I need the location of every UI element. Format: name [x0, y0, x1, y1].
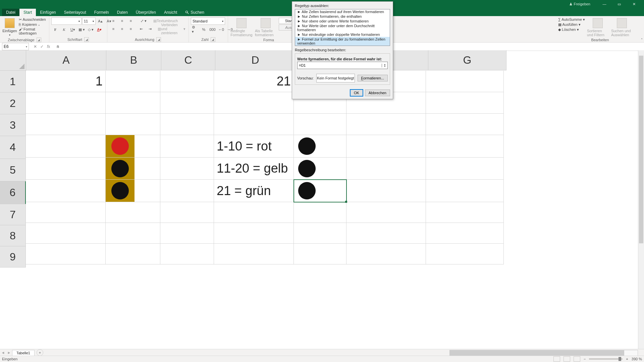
tab-formulas[interactable]: Formeln — [90, 9, 113, 16]
cell-E8[interactable] — [294, 223, 346, 244]
range-picker-button[interactable]: ↥ — [382, 64, 387, 67]
cell-G8[interactable] — [426, 223, 504, 244]
vertical-scrollbar[interactable] — [638, 50, 644, 349]
zoom-in-button[interactable]: + — [626, 357, 628, 361]
row-header-8[interactable]: 8 — [0, 225, 26, 246]
comma-format-button[interactable]: 000 — [208, 26, 216, 33]
horizontal-scrollbar[interactable] — [449, 350, 638, 356]
cell-F6[interactable] — [346, 180, 426, 202]
cell-F8[interactable] — [346, 223, 426, 244]
cell-G1[interactable] — [426, 71, 504, 92]
align-right-button[interactable]: ≡ — [127, 25, 135, 32]
cell-A4[interactable] — [26, 135, 106, 158]
formula-field[interactable]: ↥ — [297, 62, 388, 69]
cell-B9[interactable] — [106, 244, 160, 264]
row-header-1[interactable]: 1 — [0, 71, 26, 93]
cell-G2[interactable] — [426, 92, 504, 114]
cell-D7[interactable] — [214, 202, 294, 223]
copy-button[interactable]: ⎘ Kopieren ▾ — [19, 22, 47, 26]
cell-F9[interactable] — [346, 244, 426, 264]
cell-E5[interactable] — [294, 158, 346, 180]
cell-G9[interactable] — [426, 244, 504, 264]
cell-E3[interactable] — [294, 114, 346, 135]
hscroll-thumb[interactable] — [450, 350, 624, 356]
zoom-out-button[interactable]: − — [584, 357, 586, 361]
percent-format-button[interactable]: % — [200, 26, 208, 33]
column-header-B[interactable]: B — [106, 50, 161, 70]
rule-type-item[interactable]: ► Nur Zellen formatieren, die enthalten — [295, 14, 390, 19]
sheet-nav-next[interactable]: ► — [6, 351, 12, 355]
rule-type-list[interactable]: ► Alle Zellen basierend auf ihren Werten… — [295, 9, 390, 46]
font-color-button[interactable]: A ▾ — [95, 26, 103, 33]
cancel-edit-button[interactable]: ✕ — [34, 44, 37, 49]
rule-type-item[interactable]: ► Nur obere oder untere Werte formatiere… — [295, 19, 390, 23]
cell-E7[interactable] — [294, 202, 346, 223]
scrollbar-thumb[interactable] — [639, 56, 643, 243]
row-header-5[interactable]: 5 — [0, 159, 26, 181]
rule-type-item[interactable]: ► Nur eindeutige oder doppelte Werte for… — [295, 32, 390, 37]
cell-A1[interactable]: 1 — [26, 71, 106, 92]
rule-type-item[interactable]: ► Nur Werte über oder unter dem Durchsch… — [295, 23, 390, 32]
row-header-7[interactable]: 7 — [0, 204, 26, 225]
sheet-tab-1[interactable]: Tabelle1 — [12, 350, 35, 356]
row-header-6[interactable]: 6 — [0, 181, 26, 204]
row-header-4[interactable]: 4 — [0, 136, 26, 159]
cell-D4[interactable]: 1-10 = rot — [214, 135, 294, 158]
rule-type-item[interactable]: ► Alle Zellen basierend auf ihren Werten… — [295, 9, 390, 14]
page-break-view-button[interactable] — [574, 356, 580, 362]
tab-view[interactable]: Ansicht — [160, 9, 181, 16]
format-as-table-button[interactable]: Als Tabelle formatieren — [254, 17, 277, 38]
align-bottom-button[interactable]: ≡ — [127, 17, 135, 24]
tab-home[interactable]: Start — [19, 9, 36, 16]
italic-button[interactable]: K — [60, 26, 68, 33]
sort-filter-button[interactable]: Sortieren und Filtern — [586, 17, 609, 38]
zoom-level[interactable]: 390 % — [632, 357, 642, 361]
fill-color-button[interactable]: ◇ ▾ — [87, 26, 95, 33]
font-dialog-launcher[interactable]: ◢ — [84, 37, 89, 42]
cell-D6[interactable]: 21 = grün — [214, 180, 294, 202]
cell-D3[interactable] — [214, 114, 294, 135]
zoom-thumb[interactable] — [619, 357, 621, 361]
cell-A8[interactable] — [26, 223, 106, 244]
cell-B3[interactable] — [106, 114, 160, 135]
increase-decimal-button[interactable]: ←0 — [217, 26, 225, 33]
cell-D2[interactable] — [214, 92, 294, 114]
cell-F3[interactable] — [346, 114, 426, 135]
name-box[interactable]: E6▾ — [2, 43, 29, 50]
underline-button[interactable]: U ▾ — [69, 26, 77, 33]
clear-button[interactable]: ◆ Löschen ▾ — [558, 27, 585, 32]
cell-G7[interactable] — [426, 202, 504, 223]
cell-B2[interactable] — [106, 92, 160, 114]
cell-A6[interactable] — [26, 180, 106, 202]
zoom-slider[interactable] — [589, 358, 623, 360]
ok-button[interactable]: OK — [350, 89, 363, 96]
tab-file[interactable]: Datei — [2, 9, 19, 16]
rule-type-item[interactable]: ► Formel zur Ermittlung der zu formatier… — [295, 37, 390, 46]
confirm-edit-button[interactable]: ✓ — [40, 44, 44, 49]
align-left-button[interactable]: ≡ — [109, 25, 117, 32]
insert-function-button[interactable]: fx — [47, 44, 50, 49]
align-center-button[interactable]: ≡ — [118, 25, 126, 32]
cancel-button[interactable]: Abbrechen — [365, 89, 390, 96]
cell-D1[interactable]: 21 — [214, 71, 294, 92]
clipboard-dialog-launcher[interactable]: ◢ — [37, 38, 41, 42]
cell-D5[interactable]: 11-20 = gelb — [214, 158, 294, 180]
cell-C1[interactable] — [160, 71, 214, 92]
alignment-dialog-launcher[interactable]: ◢ — [156, 37, 161, 42]
cell-B7[interactable] — [106, 202, 160, 223]
cell-A2[interactable] — [26, 92, 106, 114]
select-all-corner[interactable] — [0, 50, 26, 71]
cell-C4[interactable] — [160, 135, 214, 158]
cell-A3[interactable] — [26, 114, 106, 135]
cell-B5[interactable] — [106, 158, 160, 180]
cell-C9[interactable] — [160, 244, 214, 264]
cell-G4[interactable] — [426, 135, 504, 158]
cell-B8[interactable] — [106, 223, 160, 244]
find-select-button[interactable]: Suchen und Auswählen — [610, 17, 633, 38]
cell-A5[interactable] — [26, 158, 106, 180]
row-header-3[interactable]: 3 — [0, 114, 26, 136]
orientation-button[interactable]: ⤢ ▾ — [140, 17, 148, 24]
column-header-A[interactable]: A — [26, 50, 106, 70]
cell-D9[interactable] — [214, 244, 294, 264]
autosum-button[interactable]: ∑ AutoSumme ▾ — [558, 17, 585, 22]
